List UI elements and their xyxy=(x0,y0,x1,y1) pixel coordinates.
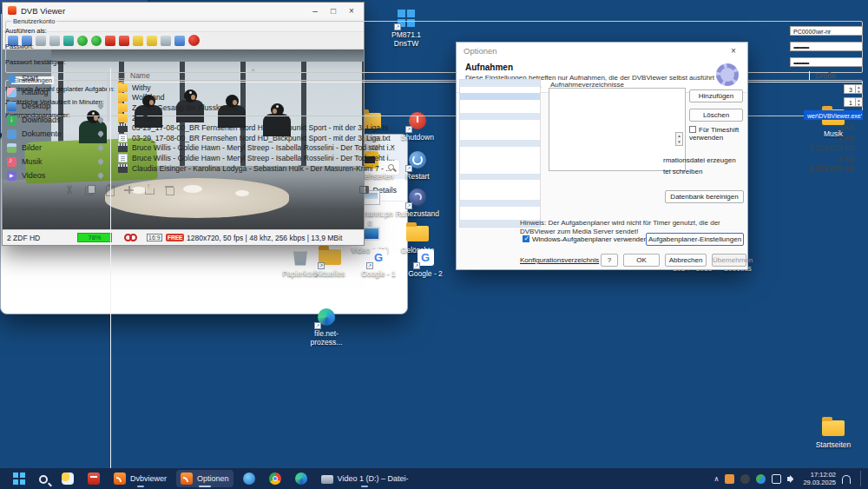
desktop: PM871.1 DnsTW explorer - 2.exe Shutdown … xyxy=(0,0,868,489)
volume-icon[interactable] xyxy=(787,474,797,484)
tree-item-osd-allgemein[interactable] xyxy=(460,174,540,181)
clock[interactable]: 17:12:02 29.03.2025 xyxy=(803,471,836,486)
taskbar-explorer-button[interactable]: Video 1 (D:) – Datei- xyxy=(317,470,413,487)
taskbar-search-button[interactable] xyxy=(35,470,52,487)
explorer-file-list: Name^ Größe Withy Wolfsland xyxy=(111,134,408,314)
explorer-sidebar: Start Katalog Desktop Downloa xyxy=(0,134,111,314)
tree-item-erweitert[interactable] xyxy=(460,87,540,94)
tray-app-icon[interactable] xyxy=(756,474,766,484)
notification-bell-icon[interactable] xyxy=(842,475,851,484)
tree-item-teletext-hbbtv[interactable] xyxy=(460,154,540,161)
checkbox-checked-icon xyxy=(523,235,529,242)
add-button[interactable]: Hinzufügen xyxy=(689,89,743,102)
taskbar-optionen-button[interactable]: Optionen xyxy=(176,470,233,487)
taskbar-item-icon xyxy=(62,472,74,485)
sidebar-item-musik[interactable]: Musik xyxy=(0,155,110,169)
file-name: 03-29_17-08-00_BR Fernsehen Nord HD_Blic… xyxy=(132,134,408,142)
tree-item-osd-maus[interactable] xyxy=(460,187,540,194)
tree-item-osd-skin[interactable] xyxy=(460,180,540,187)
taskbar-item-label: Video 1 (D:) – Datei- xyxy=(338,474,409,483)
delete-button[interactable]: Löschen xyxy=(689,109,743,122)
tray-app-icon[interactable] xyxy=(740,474,750,484)
windows-scheduler-checkbox[interactable]: Windows-Aufgabenplaner verwenden xyxy=(523,235,648,243)
sidebar-item-icon xyxy=(7,143,16,153)
maximize-icon[interactable]: □ xyxy=(326,6,340,16)
tree-item-tv-radio[interactable] xyxy=(460,140,540,147)
optionen-titlebar[interactable]: Optionen × xyxy=(457,43,747,58)
page-title: Aufnahmen xyxy=(465,63,739,72)
explorer-window: Video 1 (D:) × + – □ × ← → ↑ ↻ › Dieser … xyxy=(0,134,408,314)
taskbar-start-button[interactable] xyxy=(9,470,30,487)
tree-item-aufnahme-timer[interactable] xyxy=(460,100,540,107)
tree-item-aufnahmen[interactable] xyxy=(460,93,540,100)
taskbar-item-icon xyxy=(13,472,25,485)
cleanup-database-button[interactable]: Datenbank bereinigen xyxy=(665,190,744,203)
file-row-bruce-ts[interactable]: Bruce Willis - Goldie Hawn - Meryl Stree… xyxy=(118,143,408,154)
file-name: Bruce Willis - Goldie Hawn - Meryl Stree… xyxy=(132,154,408,162)
timeshift-checkbox[interactable]: Für Timeshift verwenden xyxy=(689,126,746,142)
tree-item-untertitel[interactable] xyxy=(460,160,540,167)
tree-item-senderlogos[interactable] xyxy=(460,167,540,174)
file-row-bruce-txt[interactable]: Bruce Willis - Goldie Hawn - Meryl Stree… xyxy=(118,153,408,163)
file-type-icon xyxy=(118,154,128,162)
taskbar-widgets-button[interactable] xyxy=(57,470,78,487)
pin-icon xyxy=(97,134,104,137)
write-file-checkbox-fragment[interactable]: tei schreiben xyxy=(663,168,702,175)
taskbar-item-icon xyxy=(114,472,126,485)
run-as-row: Ausführen als: PC0000\wr-nr xyxy=(5,26,863,36)
taskbar-item-icon xyxy=(88,472,100,485)
sidebar-item-dokumente[interactable]: Dokumente xyxy=(0,134,110,141)
cancel-button[interactable]: Abbrechen xyxy=(665,254,707,267)
tray-app-icon[interactable] xyxy=(725,474,734,484)
hidden-icons-chevron[interactable]: ∧ xyxy=(714,475,720,483)
taskbar-copilot-button[interactable] xyxy=(239,470,260,487)
pin-icon xyxy=(97,158,104,165)
cast-icon[interactable] xyxy=(772,474,781,484)
taskbar-item-icon xyxy=(243,472,255,485)
tree-item-epg[interactable] xyxy=(460,147,540,154)
file-row-claudia-ts[interactable]: Claudia Eisinger - Karolina Lodyga - Seb… xyxy=(118,163,408,174)
close-icon[interactable]: × xyxy=(727,46,740,56)
tree-item-maus[interactable] xyxy=(460,207,540,214)
tree-item-hardware[interactable] xyxy=(460,113,540,120)
system-tray: ∧ 17:12:02 29.03.2025 xyxy=(714,471,868,486)
help-button[interactable]: ? xyxy=(601,254,618,267)
tray-date: 29.03.2025 xyxy=(803,479,836,486)
info-file-checkbox-fragment[interactable]: rmationsdatei erzeugen xyxy=(663,156,736,164)
taskbar-mail-button[interactable] xyxy=(83,470,104,487)
sidebar-item-bilder[interactable]: Bilder xyxy=(0,141,110,155)
taskbar-item-icon xyxy=(295,472,307,485)
dvbviewer-titlebar[interactable]: DVB Viewer – □ × xyxy=(3,3,364,18)
taskbar-dvbviewer-button[interactable]: Dvbviewer xyxy=(109,470,171,487)
tree-item-dvd-optionen[interactable] xyxy=(460,127,540,134)
apply-button[interactable]: Übernehmen xyxy=(712,254,746,267)
sidebar-item-label: Musik xyxy=(22,157,93,166)
tray-time: 17:12:02 xyxy=(803,471,836,479)
pin-icon xyxy=(97,172,104,179)
close-icon[interactable]: × xyxy=(345,6,358,16)
tree-item-wiedergabe-komponenten[interactable] xyxy=(460,120,540,127)
spinner-control[interactable]: ▴▾ xyxy=(675,132,683,146)
account-group-label: Benutzerkonto xyxy=(11,17,56,25)
file-row-blickpunkt-txt[interactable]: 03-29_17-08-00_BR Fernsehen Nord HD_Blic… xyxy=(118,134,408,143)
config-directory-link[interactable]: Konfigurationsverzeichnis xyxy=(520,256,599,264)
password-confirm-input[interactable]: •••••••••••• xyxy=(790,57,863,67)
taskbar-chrome-button[interactable] xyxy=(265,470,286,487)
ok-button[interactable]: OK xyxy=(623,254,660,267)
tree-item-media-server[interactable] xyxy=(460,107,540,114)
optionen-dialog: Optionen × Aufnahmen Diese Einstellungen… xyxy=(456,42,748,270)
sidebar-item-icon xyxy=(7,171,16,181)
scheduler-settings-button[interactable]: Aufgabenplaner-Einstellungen xyxy=(646,233,744,246)
show-desktop-button[interactable] xyxy=(860,471,863,486)
tree-item-bild-in-bild[interactable] xyxy=(460,134,540,141)
password-input[interactable]: •••••••••••• xyxy=(790,42,863,51)
sidebar-item-label: Bilder xyxy=(22,143,93,152)
tree-item-osd-menue[interactable] xyxy=(460,194,540,201)
minimize-icon[interactable]: – xyxy=(308,6,322,16)
run-as-input[interactable]: PC0000\wr-nr xyxy=(790,26,863,36)
taskbar-edge-button[interactable] xyxy=(291,470,312,487)
sidebar-item-videos[interactable]: Videos xyxy=(0,169,110,182)
taskbar-item-icon xyxy=(269,472,281,485)
tree-item-eingaben[interactable] xyxy=(460,200,540,207)
tree-item-allgemein[interactable] xyxy=(460,80,540,87)
